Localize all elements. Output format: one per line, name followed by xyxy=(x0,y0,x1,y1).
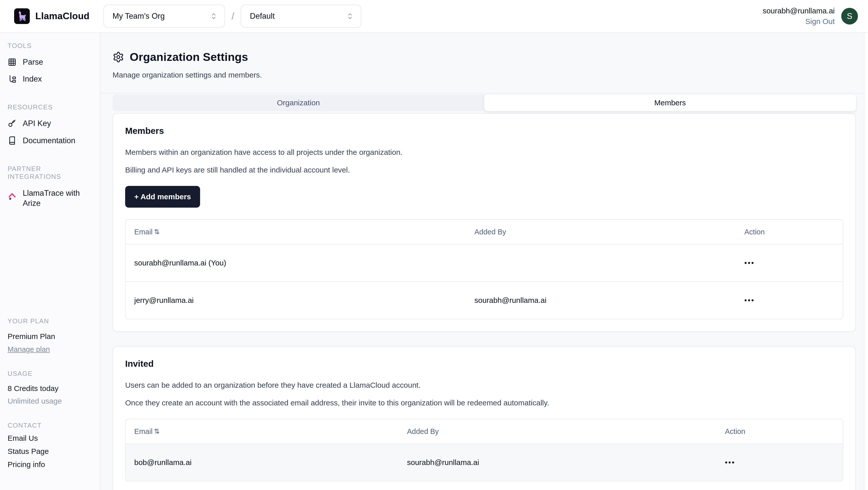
add-members-button[interactable]: + Add members xyxy=(125,186,200,208)
column-header-action: Action xyxy=(716,427,843,436)
contact-pricing-info-link[interactable]: Pricing info xyxy=(7,460,45,469)
contact-status-page-link[interactable]: Status Page xyxy=(7,447,49,456)
member-email: sourabh@runllama.ai (You) xyxy=(126,259,466,267)
row-actions-menu-button[interactable]: ••• xyxy=(736,259,843,267)
member-added-by: sourabh@runllama.ai xyxy=(466,296,736,305)
contact-email-us-link[interactable]: Email Us xyxy=(7,434,38,442)
sidebar-item-label: Parse xyxy=(23,57,43,67)
invited-table-header: Email ⇅ Added By Action xyxy=(126,419,843,443)
sidebar-section-partner-integrations: PARTNER INTEGRATIONS xyxy=(7,165,93,181)
column-header-email[interactable]: Email ⇅ xyxy=(126,427,398,436)
sidebar-section-tools: TOOLS xyxy=(7,42,93,50)
table-row: bob@runllama.ai sourabh@runllama.ai ••• xyxy=(126,443,843,481)
member-email: jerry@runllama.ai xyxy=(126,296,466,305)
scrollbar[interactable] xyxy=(864,33,868,490)
usage-note: Unlimited usage xyxy=(7,397,93,405)
sidebar-section-usage: USAGE xyxy=(7,370,93,378)
org-selector[interactable]: My Team's Org xyxy=(103,4,225,28)
org-selector-value: My Team's Org xyxy=(113,11,165,21)
sidebar-section-resources: RESOURCES xyxy=(7,103,93,111)
members-table: Email ⇅ Added By Action sourabh@runllama… xyxy=(125,219,843,319)
llama-icon xyxy=(16,10,28,22)
chevron-up-down-icon xyxy=(210,12,218,21)
sign-out-link[interactable]: Sign Out xyxy=(763,17,835,26)
sidebar-section-contact: CONTACT xyxy=(7,422,93,429)
sidebar-item-llamatrace-arize[interactable]: LlamaTrace with Arize xyxy=(7,188,93,209)
main-content: Organization Settings Manage organizatio… xyxy=(100,33,868,490)
sidebar-section-your-plan: YOUR PLAN xyxy=(7,317,93,325)
members-card-text-1: Members within an organization have acce… xyxy=(125,148,843,156)
sidebar-item-label: Index xyxy=(23,74,42,84)
column-header-action: Action xyxy=(736,228,843,236)
page-header: Organization Settings Manage organizatio… xyxy=(100,33,868,93)
table-row: sourabh@runllama.ai (You) ••• xyxy=(126,244,843,281)
settings-tabs: Organization Members xyxy=(113,94,856,111)
column-header-added-by: Added By xyxy=(398,427,716,436)
invited-table: Email ⇅ Added By Action bob@runllama.ai … xyxy=(125,419,843,482)
sidebar-spacer xyxy=(7,208,93,317)
key-icon xyxy=(7,119,17,128)
invited-card-text-2: Once they create an account with the ass… xyxy=(125,399,843,407)
plan-name: Premium Plan xyxy=(7,332,93,341)
members-card: Members Members within an organization h… xyxy=(113,113,856,332)
page-subtitle: Manage organization settings and members… xyxy=(113,71,856,79)
sidebar: TOOLS Parse Index RESOURCES API xyxy=(0,33,100,490)
sidebar-item-label: LlamaTrace with Arize xyxy=(23,188,81,209)
chevron-up-down-icon xyxy=(346,12,354,21)
user-email: sourabh@runllama.ai xyxy=(763,6,835,15)
column-header-email[interactable]: Email ⇅ xyxy=(126,228,466,236)
manage-plan-link[interactable]: Manage plan xyxy=(7,345,93,354)
invited-card-title: Invited xyxy=(125,359,843,369)
user-info: sourabh@runllama.ai Sign Out xyxy=(763,6,835,26)
avatar[interactable]: S xyxy=(841,8,858,25)
breadcrumb-separator: / xyxy=(231,11,235,22)
sidebar-item-parse[interactable]: Parse xyxy=(7,57,93,67)
book-icon xyxy=(7,136,17,145)
sidebar-item-label: Documentation xyxy=(23,136,75,145)
row-actions-menu-button[interactable]: ••• xyxy=(716,458,843,466)
credits-today: 8 Credits today xyxy=(7,384,93,393)
invited-card: Invited Users can be added to an organiz… xyxy=(113,346,856,490)
arize-icon xyxy=(7,188,17,201)
sort-icon[interactable]: ⇅ xyxy=(154,228,160,236)
invited-email: bob@runllama.ai xyxy=(126,458,398,467)
content-area: Organization Members Members Members wit… xyxy=(100,93,868,490)
project-selector-value: Default xyxy=(250,11,275,21)
brand-title: LlamaCloud xyxy=(35,11,90,22)
llamacloud-logo[interactable] xyxy=(14,8,30,24)
column-header-added-by: Added By xyxy=(466,228,736,236)
tab-organization[interactable]: Organization xyxy=(113,94,484,111)
sidebar-item-label: API Key xyxy=(23,119,51,128)
members-table-header: Email ⇅ Added By Action xyxy=(126,220,843,244)
grid-icon xyxy=(7,58,17,67)
row-actions-menu-button[interactable]: ••• xyxy=(736,296,843,305)
sort-icon[interactable]: ⇅ xyxy=(154,427,160,435)
members-card-text-2: Billing and API keys are still handled a… xyxy=(125,166,843,174)
tree-icon xyxy=(7,75,17,84)
tab-members[interactable]: Members xyxy=(484,94,856,111)
invited-card-text-1: Users can be added to an organization be… xyxy=(125,381,843,390)
table-row: jerry@runllama.ai sourabh@runllama.ai ••… xyxy=(126,281,843,319)
page-title: Organization Settings xyxy=(130,51,248,64)
invited-added-by: sourabh@runllama.ai xyxy=(398,458,716,467)
topbar: LlamaCloud My Team's Org / Default soura… xyxy=(0,0,868,33)
gear-icon xyxy=(113,51,124,63)
sidebar-item-api-key[interactable]: API Key xyxy=(7,119,93,128)
project-selector[interactable]: Default xyxy=(241,4,361,28)
members-card-title: Members xyxy=(125,126,843,136)
sidebar-item-documentation[interactable]: Documentation xyxy=(7,136,93,145)
sidebar-item-index[interactable]: Index xyxy=(7,74,93,84)
